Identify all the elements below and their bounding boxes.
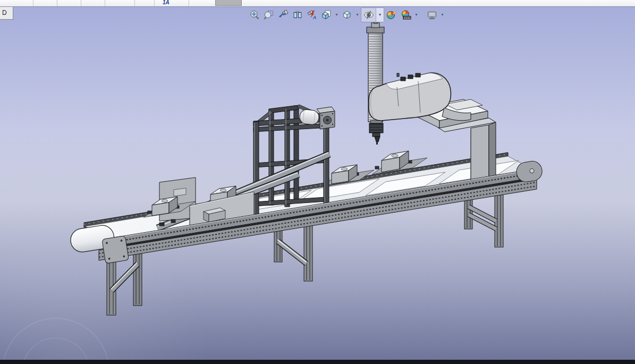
edit-appearance-button[interactable] [385,8,399,22]
color-ball-film-icon [401,10,411,20]
shaded-cube-icon [342,10,352,20]
view-settings-dropdown[interactable]: ▾ [439,8,445,22]
back-arrow-spyglass-icon [278,10,289,20]
view-orientation-dropdown[interactable]: ▾ [334,8,340,22]
section-cut-icon [292,10,303,20]
strip-separator [81,0,81,6]
strip-gray-block [215,0,242,6]
hide-show-items-dropdown[interactable]: ▾ [376,8,384,22]
display-style-dropdown[interactable]: ▾ [354,8,360,22]
lightning-a-icon: A [307,10,317,20]
magnifier-area-icon [264,10,274,20]
apply-scene-button[interactable] [399,8,413,22]
svg-text:A: A [312,15,317,20]
magnifier-fit-icon [249,10,260,20]
monitor-icon [427,10,437,20]
strip-separator [57,0,57,6]
hide-show-items-group: ▾ [361,7,384,22]
menu-strip-remnant: 1A [0,0,635,7]
viewport-background [0,6,635,360]
graphics-area[interactable] [0,6,635,360]
display-style-button[interactable] [340,8,354,22]
zoom-to-fit-button[interactable] [248,8,261,22]
model-scene[interactable] [0,6,635,360]
strip-separator [134,0,135,6]
strip-separator [33,0,33,6]
partial-menu-icon: 1A [163,0,170,6]
previous-view-button[interactable] [276,8,290,22]
section-view-button[interactable] [291,8,304,22]
strip-separator [154,0,155,6]
heads-up-view-toolbar: A ▾ ▾ ▾ [248,7,445,22]
robot-stand-column[interactable] [471,122,496,183]
apply-scene-dropdown[interactable]: ▾ [413,8,419,22]
view-orientation-button[interactable] [319,8,333,22]
color-ball-pencil-icon [386,10,397,20]
end-plate-left[interactable] [102,236,129,264]
cube-page-icon [321,10,332,20]
view-settings-button[interactable] [425,8,439,22]
document-tab[interactable]: D [0,7,13,20]
strip-separator [105,0,105,6]
bottom-bar [0,360,635,364]
hide-show-annotations-button[interactable]: A [305,8,319,22]
strip-separator [189,0,189,6]
eye-icon [363,10,374,20]
hide-show-items-button[interactable] [361,8,376,22]
zoom-to-area-button[interactable] [262,8,276,22]
